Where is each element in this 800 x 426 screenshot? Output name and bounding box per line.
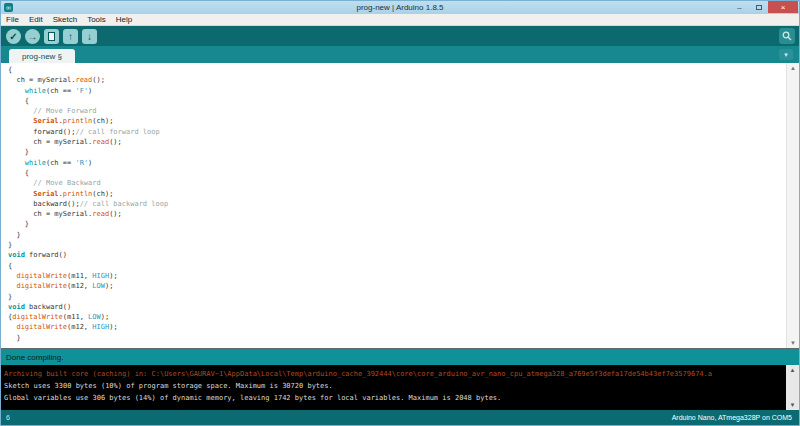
code-line: { [8, 65, 799, 75]
tab-prog-new[interactable]: prog-new § [9, 49, 75, 63]
code-line: } [8, 147, 799, 157]
menu-item-sketch[interactable]: Sketch [48, 15, 82, 24]
verify-button[interactable]: ✓ [6, 29, 21, 44]
document-icon [48, 32, 55, 41]
console-lines: Archiving built core (caching) in: C:\Us… [1, 365, 799, 404]
board-port-info: Arduino Nano, ATmega328P on COM5 [672, 414, 792, 421]
close-button[interactable]: × [768, 1, 798, 13]
tab-list-dropdown-button[interactable]: ▼ [779, 49, 793, 60]
window-title: prog-new | Arduino 1.8.5 [1, 3, 799, 12]
status-bar: Done compiling. [1, 348, 799, 365]
console-line: Archiving built core (caching) in: C:\Us… [4, 368, 783, 380]
code-line: forward();// call forward loop [8, 127, 799, 137]
title-bar: ∞ prog-new | Arduino 1.8.5 – × [1, 1, 799, 14]
scroll-up-icon[interactable]: ▲ [790, 367, 796, 373]
code-line: while(ch == 'R') [8, 158, 799, 168]
code-line: } [8, 219, 799, 229]
scroll-up-icon[interactable]: ▲ [790, 65, 796, 71]
maximize-icon [756, 5, 762, 10]
save-button[interactable]: ↓ [82, 29, 97, 44]
code-line: } [8, 240, 799, 250]
console-line: Global variables use 306 bytes (14%) of … [4, 392, 783, 404]
editor-scrollbar[interactable]: ▲ ▼ [786, 63, 799, 348]
minimize-button[interactable]: – [730, 1, 749, 13]
upload-button[interactable]: → [25, 29, 40, 44]
menu-item-edit[interactable]: Edit [24, 15, 48, 24]
new-sketch-button[interactable] [44, 29, 59, 44]
footer-bar: 6 Arduino Nano, ATmega328P on COM5 [1, 410, 799, 425]
code-line: ch = mySerial.read(); [8, 209, 799, 219]
checkmark-icon: ✓ [9, 31, 17, 42]
arduino-ide-window: ∞ prog-new | Arduino 1.8.5 – × FileEditS… [0, 0, 800, 426]
code-lines: { ch = mySerial.read(); while(ch == 'F')… [1, 63, 799, 343]
tab-bar: prog-new § ▼ [1, 46, 799, 63]
window-controls: – × [730, 1, 798, 13]
open-button[interactable]: ↑ [63, 29, 78, 44]
code-line: } [8, 333, 799, 343]
code-line: ch = mySerial.read(); [8, 137, 799, 147]
code-line: { [8, 168, 799, 178]
code-line: } [8, 230, 799, 240]
menu-item-help[interactable]: Help [111, 15, 137, 24]
scroll-down-icon[interactable]: ▼ [790, 340, 796, 346]
down-arrow-icon: ↓ [87, 31, 92, 42]
code-line: while(ch == 'F') [8, 86, 799, 96]
code-line: // Move Backward [8, 178, 799, 188]
code-line: digitalWrite(m12, HIGH); [8, 322, 799, 332]
toolbar: ✓ → ↑ ↓ [1, 26, 799, 46]
code-line: ch = mySerial.read(); [8, 75, 799, 85]
code-line: { [8, 96, 799, 106]
console-scrollbar[interactable]: ▲ ▼ [786, 365, 799, 410]
code-line: } [8, 292, 799, 302]
menu-item-tools[interactable]: Tools [82, 15, 111, 24]
code-line: { [8, 261, 799, 271]
code-line: digitalWrite(m12, LOW); [8, 281, 799, 291]
output-console[interactable]: Archiving built core (caching) in: C:\Us… [1, 365, 799, 410]
code-line: backward();// call backward loop [8, 199, 799, 209]
menu-bar: FileEditSketchToolsHelp [1, 14, 799, 26]
code-editor[interactable]: { ch = mySerial.read(); while(ch == 'F')… [1, 63, 799, 348]
code-line: digitalWrite(m11, HIGH); [8, 271, 799, 281]
scroll-down-icon[interactable]: ▼ [790, 402, 796, 408]
code-line: Serial.println(ch); [8, 189, 799, 199]
code-line: {digitalWrite(m11, LOW); [8, 312, 799, 322]
code-line: void backward() [8, 302, 799, 312]
code-line: void forward() [8, 250, 799, 260]
maximize-button[interactable] [749, 1, 768, 13]
menu-item-file[interactable]: File [1, 15, 24, 24]
chevron-down-icon: ▼ [783, 52, 789, 58]
console-line: Sketch uses 3300 bytes (10%) of program … [4, 380, 783, 392]
serial-monitor-button[interactable] [779, 28, 795, 44]
cursor-line-number: 6 [6, 414, 10, 421]
magnifier-icon [782, 31, 792, 41]
status-message: Done compiling. [6, 353, 63, 362]
code-line: // Move Forward [8, 106, 799, 116]
right-arrow-icon: → [28, 31, 38, 42]
up-arrow-icon: ↑ [68, 31, 73, 42]
code-line: Serial.println(ch); [8, 116, 799, 126]
